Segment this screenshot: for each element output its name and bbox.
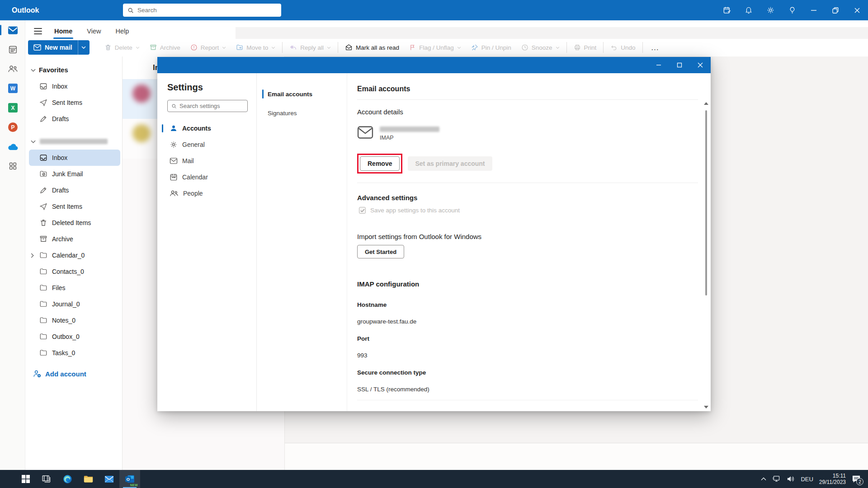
subnav-email-accounts[interactable]: Email accounts xyxy=(257,86,347,102)
sidebar-item-calendar0[interactable]: Calendar_0 xyxy=(25,247,122,263)
sidebar-item-files[interactable]: Files xyxy=(25,280,122,296)
taskbar: O NEW DEU 15:11 29/11/2023 2 xyxy=(0,470,868,488)
rail-excel-icon[interactable]: X xyxy=(0,98,25,117)
settings-search-box[interactable] xyxy=(167,100,248,112)
tips-lightbulb-icon[interactable] xyxy=(781,0,803,20)
sidebar-item-drafts[interactable]: Drafts xyxy=(25,182,122,198)
tray-chevron-up-icon[interactable] xyxy=(761,477,766,481)
print-button[interactable]: Print xyxy=(569,40,602,55)
new-mail-dropdown[interactable] xyxy=(78,40,90,55)
sidebar-item-inbox[interactable]: Inbox xyxy=(29,150,120,166)
restore-window-icon[interactable] xyxy=(825,0,846,20)
tray-clock[interactable]: 15:11 29/11/2023 xyxy=(819,473,846,485)
settings-nav-mail[interactable]: Mail xyxy=(157,153,256,169)
inbox-icon xyxy=(39,82,48,90)
flag-unflag-button[interactable]: Flag / Unflag xyxy=(404,40,466,55)
close-window-icon[interactable] xyxy=(846,0,868,20)
archive-button[interactable]: Archive xyxy=(145,40,185,55)
sidebar-item-drafts-fav[interactable]: Drafts xyxy=(25,111,122,127)
sidebar-item-archive[interactable]: Archive xyxy=(25,231,122,247)
sidebar-item-junk[interactable]: Junk Email xyxy=(25,166,122,182)
outlook-app-icon[interactable]: O NEW xyxy=(119,470,140,488)
sidebar-item-notes0[interactable]: Notes_0 xyxy=(25,312,122,328)
sidebar-item-tasks0[interactable]: Tasks_0 xyxy=(25,345,122,361)
mark-all-as-read-button[interactable]: Mark all as read xyxy=(340,40,404,55)
hamburger-menu-icon[interactable] xyxy=(29,24,47,38)
settings-dialog-titlebar[interactable] xyxy=(157,57,711,73)
mail-app-icon[interactable] xyxy=(99,470,119,488)
undo-button[interactable]: Undo xyxy=(605,40,640,55)
folder-icon xyxy=(39,333,48,341)
settings-nav-calendar[interactable]: Calendar xyxy=(157,169,256,185)
rail-onedrive-icon[interactable] xyxy=(0,137,25,156)
language-indicator[interactable]: DEU xyxy=(801,476,813,483)
scroll-up-icon[interactable] xyxy=(704,102,708,105)
volume-icon[interactable] xyxy=(787,475,795,483)
search-input[interactable] xyxy=(137,7,277,14)
remove-account-button[interactable]: Remove xyxy=(360,156,400,171)
account-header[interactable] xyxy=(25,133,122,150)
sidebar-item-deleted[interactable]: Deleted Items xyxy=(25,215,122,231)
chevron-down-icon xyxy=(31,69,37,72)
settings-nav-people[interactable]: People xyxy=(157,185,256,202)
add-account-icon xyxy=(33,370,42,378)
sidebar-item-outbox0[interactable]: Outbox_0 xyxy=(25,328,122,345)
rail-people-icon[interactable] xyxy=(0,59,25,79)
sidebar-item-inbox-fav[interactable]: Inbox xyxy=(25,78,122,94)
task-view-icon[interactable] xyxy=(36,470,57,488)
rail-calendar-icon[interactable] xyxy=(0,40,25,59)
account-row: IMAP xyxy=(357,126,698,141)
tray-date: 29/11/2023 xyxy=(819,479,846,485)
folder-icon xyxy=(39,251,48,259)
sidebar-item-journal0[interactable]: Journal_0 xyxy=(25,296,122,312)
settings-search-input[interactable] xyxy=(179,103,244,109)
search-box[interactable] xyxy=(123,4,281,17)
rail-mail-icon[interactable] xyxy=(0,20,25,40)
rail-word-icon[interactable]: W xyxy=(0,79,25,98)
settings-nav-accounts[interactable]: Accounts xyxy=(157,120,256,136)
dialog-scrollbar[interactable] xyxy=(703,102,709,409)
move-to-button[interactable]: Move to xyxy=(231,40,280,55)
tab-view[interactable]: View xyxy=(80,25,108,38)
settings-gear-icon[interactable] xyxy=(760,0,781,20)
dialog-maximize-icon[interactable] xyxy=(669,57,690,73)
account-protocol: IMAP xyxy=(380,135,439,141)
avatar xyxy=(132,124,151,142)
sidebar-item-sent[interactable]: Sent Items xyxy=(25,198,122,215)
notification-center-icon[interactable]: 2 xyxy=(852,475,861,483)
file-explorer-icon[interactable] xyxy=(78,470,99,488)
report-button[interactable]: Report xyxy=(185,40,231,55)
get-started-button[interactable]: Get Started xyxy=(357,245,404,258)
rail-powerpoint-icon[interactable]: P xyxy=(0,117,25,137)
reply-all-button[interactable]: Reply all xyxy=(284,40,336,55)
my-day-icon[interactable] xyxy=(716,0,738,20)
scrollbar-thumb[interactable] xyxy=(705,110,707,296)
snooze-button[interactable]: Snooze xyxy=(516,40,565,55)
favorites-header[interactable]: Favorites xyxy=(25,62,122,78)
start-button-icon[interactable] xyxy=(15,470,36,488)
edge-icon[interactable] xyxy=(57,470,78,488)
ribbon: Home View Help New mail Delete Archive R… xyxy=(25,20,868,56)
settings-nav-general[interactable]: General xyxy=(157,136,256,153)
svg-text:O: O xyxy=(127,477,130,482)
tab-help[interactable]: Help xyxy=(108,25,136,38)
add-account-button[interactable]: Add account xyxy=(25,366,122,382)
new-mail-button[interactable]: New mail xyxy=(28,40,90,55)
svg-text:W: W xyxy=(10,85,15,92)
mail-read-icon xyxy=(345,44,353,51)
tab-home[interactable]: Home xyxy=(47,25,80,38)
notifications-bell-icon[interactable] xyxy=(738,0,760,20)
network-icon[interactable] xyxy=(772,475,781,483)
subnav-signatures[interactable]: Signatures xyxy=(257,105,347,121)
scroll-down-icon[interactable] xyxy=(704,406,708,408)
dialog-close-icon[interactable] xyxy=(690,57,711,73)
minimize-window-icon[interactable] xyxy=(803,0,825,20)
delete-button[interactable]: Delete xyxy=(99,40,145,55)
more-commands-button[interactable]: … xyxy=(645,43,666,52)
sidebar-item-sent-fav[interactable]: Sent Items xyxy=(25,94,122,111)
rail-more-apps-icon[interactable] xyxy=(0,156,25,176)
dialog-minimize-icon[interactable] xyxy=(648,57,669,73)
sidebar-item-contacts0[interactable]: Contacts_0 xyxy=(25,263,122,280)
pin-unpin-button[interactable]: Pin / Unpin xyxy=(466,40,516,55)
chevron-right-icon[interactable] xyxy=(31,253,37,258)
